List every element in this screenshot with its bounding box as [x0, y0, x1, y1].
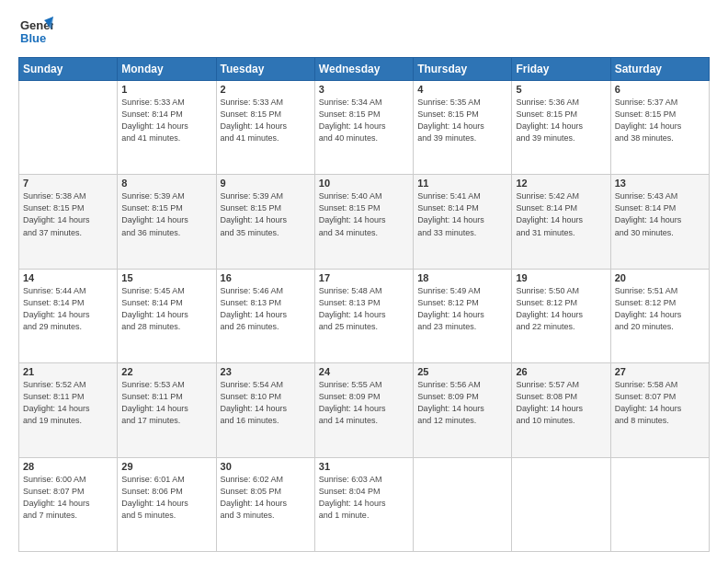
cell-content: Sunrise: 5:46 AMSunset: 8:13 PMDaylight:… — [221, 285, 311, 333]
calendar-cell: 10Sunrise: 5:40 AMSunset: 8:15 PMDayligh… — [314, 175, 413, 269]
day-number: 20 — [615, 272, 705, 283]
calendar-cell: 4Sunrise: 5:35 AMSunset: 8:15 PMDaylight… — [414, 81, 512, 175]
calendar-cell: 14Sunrise: 5:44 AMSunset: 8:14 PMDayligh… — [19, 269, 118, 362]
cell-content: Sunrise: 5:48 AMSunset: 8:13 PMDaylight:… — [319, 285, 409, 333]
calendar-day-header: Monday — [118, 58, 216, 81]
cell-content: Sunrise: 5:37 AMSunset: 8:15 PMDaylight:… — [615, 97, 705, 144]
calendar-cell: 2Sunrise: 5:33 AMSunset: 8:15 PMDaylight… — [216, 81, 314, 175]
day-number: 28 — [23, 461, 113, 472]
calendar-cell: 26Sunrise: 5:57 AMSunset: 8:08 PMDayligh… — [512, 363, 610, 457]
day-number: 9 — [221, 178, 311, 189]
calendar-cell: 13Sunrise: 5:43 AMSunset: 8:14 PMDayligh… — [610, 175, 709, 269]
cell-content: Sunrise: 5:57 AMSunset: 8:08 PMDaylight:… — [516, 379, 606, 427]
cell-content: Sunrise: 5:34 AMSunset: 8:15 PMDaylight:… — [319, 97, 409, 144]
day-number: 6 — [615, 84, 705, 95]
cell-content: Sunrise: 5:33 AMSunset: 8:15 PMDaylight:… — [221, 97, 311, 144]
cell-content: Sunrise: 5:56 AMSunset: 8:09 PMDaylight:… — [417, 379, 507, 427]
calendar-day-header: Sunday — [19, 58, 118, 81]
calendar-cell: 23Sunrise: 5:54 AMSunset: 8:10 PMDayligh… — [216, 363, 314, 457]
calendar-day-header: Wednesday — [314, 58, 413, 81]
cell-content: Sunrise: 5:42 AMSunset: 8:14 PMDaylight:… — [516, 190, 606, 238]
calendar-cell: 16Sunrise: 5:46 AMSunset: 8:13 PMDayligh… — [216, 269, 314, 362]
cell-content: Sunrise: 5:35 AMSunset: 8:15 PMDaylight:… — [417, 97, 507, 144]
day-number: 22 — [121, 366, 211, 377]
cell-content: Sunrise: 5:39 AMSunset: 8:15 PMDaylight:… — [121, 190, 211, 238]
cell-content: Sunrise: 6:01 AMSunset: 8:06 PMDaylight:… — [121, 474, 211, 522]
calendar-cell: 5Sunrise: 5:36 AMSunset: 8:15 PMDaylight… — [512, 81, 610, 175]
calendar-day-header: Tuesday — [216, 58, 314, 81]
calendar-cell: 22Sunrise: 5:53 AMSunset: 8:11 PMDayligh… — [118, 363, 216, 457]
calendar-week-row: 7Sunrise: 5:38 AMSunset: 8:15 PMDaylight… — [19, 175, 710, 269]
cell-content: Sunrise: 6:03 AMSunset: 8:04 PMDaylight:… — [319, 474, 409, 522]
day-number: 16 — [221, 272, 311, 283]
calendar-week-row: 14Sunrise: 5:44 AMSunset: 8:14 PMDayligh… — [19, 269, 710, 362]
calendar-week-row: 28Sunrise: 6:00 AMSunset: 8:07 PMDayligh… — [19, 457, 710, 551]
day-number: 2 — [221, 84, 311, 95]
day-number: 30 — [221, 461, 311, 472]
calendar-cell: 20Sunrise: 5:51 AMSunset: 8:12 PMDayligh… — [610, 269, 709, 362]
day-number: 5 — [516, 84, 606, 95]
calendar-cell: 19Sunrise: 5:50 AMSunset: 8:12 PMDayligh… — [512, 269, 610, 362]
svg-text:Blue: Blue — [20, 31, 46, 45]
calendar-cell: 1Sunrise: 5:33 AMSunset: 8:14 PMDaylight… — [118, 81, 216, 175]
calendar-cell: 9Sunrise: 5:39 AMSunset: 8:15 PMDaylight… — [216, 175, 314, 269]
calendar-cell: 11Sunrise: 5:41 AMSunset: 8:14 PMDayligh… — [414, 175, 512, 269]
cell-content: Sunrise: 6:00 AMSunset: 8:07 PMDaylight:… — [23, 474, 113, 522]
day-number: 27 — [615, 366, 705, 377]
day-number: 15 — [121, 272, 211, 283]
calendar-cell: 31Sunrise: 6:03 AMSunset: 8:04 PMDayligh… — [314, 457, 413, 551]
calendar-day-header: Friday — [512, 58, 610, 81]
cell-content: Sunrise: 5:36 AMSunset: 8:15 PMDaylight:… — [516, 97, 606, 144]
calendar-header-row: SundayMondayTuesdayWednesdayThursdayFrid… — [19, 58, 710, 81]
cell-content: Sunrise: 5:43 AMSunset: 8:14 PMDaylight:… — [615, 190, 705, 238]
cell-content: Sunrise: 5:44 AMSunset: 8:14 PMDaylight:… — [23, 285, 113, 333]
calendar-cell — [512, 457, 610, 551]
day-number: 11 — [417, 178, 507, 189]
cell-content: Sunrise: 5:50 AMSunset: 8:12 PMDaylight:… — [516, 285, 606, 333]
logo: General Blue — [18, 15, 57, 50]
calendar-cell: 28Sunrise: 6:00 AMSunset: 8:07 PMDayligh… — [19, 457, 118, 551]
day-number: 18 — [417, 272, 507, 283]
calendar-cell: 27Sunrise: 5:58 AMSunset: 8:07 PMDayligh… — [610, 363, 709, 457]
cell-content: Sunrise: 5:39 AMSunset: 8:15 PMDaylight:… — [221, 190, 311, 238]
day-number: 21 — [23, 366, 113, 377]
calendar-cell: 17Sunrise: 5:48 AMSunset: 8:13 PMDayligh… — [314, 269, 413, 362]
calendar-cell: 3Sunrise: 5:34 AMSunset: 8:15 PMDaylight… — [314, 81, 413, 175]
calendar-cell: 29Sunrise: 6:01 AMSunset: 8:06 PMDayligh… — [118, 457, 216, 551]
calendar-cell: 6Sunrise: 5:37 AMSunset: 8:15 PMDaylight… — [610, 81, 709, 175]
calendar-day-header: Thursday — [414, 58, 512, 81]
cell-content: Sunrise: 5:51 AMSunset: 8:12 PMDaylight:… — [615, 285, 705, 333]
header: General Blue — [18, 15, 710, 50]
day-number: 26 — [516, 366, 606, 377]
cell-content: Sunrise: 5:54 AMSunset: 8:10 PMDaylight:… — [221, 379, 311, 427]
calendar-cell: 15Sunrise: 5:45 AMSunset: 8:14 PMDayligh… — [118, 269, 216, 362]
day-number: 3 — [319, 84, 409, 95]
cell-content: Sunrise: 5:33 AMSunset: 8:14 PMDaylight:… — [121, 97, 211, 144]
day-number: 23 — [221, 366, 311, 377]
calendar-cell: 8Sunrise: 5:39 AMSunset: 8:15 PMDaylight… — [118, 175, 216, 269]
day-number: 12 — [516, 178, 606, 189]
day-number: 1 — [121, 84, 211, 95]
cell-content: Sunrise: 5:38 AMSunset: 8:15 PMDaylight:… — [23, 190, 113, 238]
cell-content: Sunrise: 5:55 AMSunset: 8:09 PMDaylight:… — [319, 379, 409, 427]
cell-content: Sunrise: 6:02 AMSunset: 8:05 PMDaylight:… — [221, 474, 311, 522]
calendar-cell: 25Sunrise: 5:56 AMSunset: 8:09 PMDayligh… — [414, 363, 512, 457]
calendar-cell — [19, 81, 118, 175]
calendar-cell: 30Sunrise: 6:02 AMSunset: 8:05 PMDayligh… — [216, 457, 314, 551]
calendar-week-row: 1Sunrise: 5:33 AMSunset: 8:14 PMDaylight… — [19, 81, 710, 175]
cell-content: Sunrise: 5:49 AMSunset: 8:12 PMDaylight:… — [417, 285, 507, 333]
day-number: 24 — [319, 366, 409, 377]
day-number: 10 — [319, 178, 409, 189]
day-number: 29 — [121, 461, 211, 472]
calendar-cell: 12Sunrise: 5:42 AMSunset: 8:14 PMDayligh… — [512, 175, 610, 269]
cell-content: Sunrise: 5:45 AMSunset: 8:14 PMDaylight:… — [121, 285, 211, 333]
day-number: 25 — [417, 366, 507, 377]
cell-content: Sunrise: 5:52 AMSunset: 8:11 PMDaylight:… — [23, 379, 113, 427]
day-number: 31 — [319, 461, 409, 472]
cell-content: Sunrise: 5:58 AMSunset: 8:07 PMDaylight:… — [615, 379, 705, 427]
day-number: 14 — [23, 272, 113, 283]
calendar-week-row: 21Sunrise: 5:52 AMSunset: 8:11 PMDayligh… — [19, 363, 710, 457]
page: General Blue SundayMondayTuesdayWednesda… — [0, 0, 728, 563]
calendar-cell: 18Sunrise: 5:49 AMSunset: 8:12 PMDayligh… — [414, 269, 512, 362]
cell-content: Sunrise: 5:53 AMSunset: 8:11 PMDaylight:… — [121, 379, 211, 427]
